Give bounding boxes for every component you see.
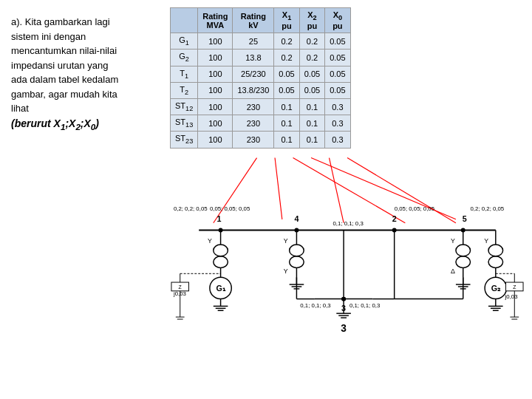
row-name: G1: [171, 33, 198, 50]
svg-point-29: [290, 256, 304, 267]
y-label-t1: Y: [284, 237, 288, 245]
table-row: T1 100 25/230 0.05 0.05 0.05: [171, 66, 351, 82]
row-mva: 100: [198, 50, 233, 66]
svg-point-14: [214, 256, 228, 267]
row-x0: 0.05: [325, 82, 350, 98]
circuit-svg: 4 2 3 1 5 G₁ Y: [170, 152, 525, 344]
row-mva: 100: [198, 33, 233, 50]
delta-label-t2: Δ: [451, 267, 455, 275]
table-row: ST12 100 230 0.1 0.1 0.3: [171, 98, 351, 115]
row-kv: 25/230: [233, 66, 274, 82]
svg-line-0: [214, 157, 257, 222]
table-row: ST13 100 230 0.1 0.1 0.3: [171, 115, 351, 132]
text-line6: gambar, agar mudah kita: [11, 87, 159, 102]
z-box-g1: Z: [179, 284, 182, 289]
svg-point-45: [488, 256, 503, 267]
bus-label-2: 2: [392, 214, 397, 222]
val-t2-label: 0,05; 0,05; 0,05: [395, 205, 435, 212]
line-val-12: 0,1; 0,1; 0,3: [332, 219, 364, 226]
row-name: ST12: [171, 98, 198, 115]
row-x2: 0.1: [299, 115, 324, 132]
row-x2: 0.05: [299, 66, 324, 82]
table-row: T2 100 13.8/230 0.05 0.05 0.05: [171, 82, 351, 98]
row-x1: 0.1: [274, 132, 299, 148]
table-row: G1 100 25 0.2 0.2 0.05: [171, 33, 351, 50]
y-label-t2a: Y: [451, 237, 455, 245]
text-line5: ada dalam tabel kedalam: [11, 72, 159, 87]
bus3-bottom-label: 3: [341, 322, 347, 333]
row-x1: 0.2: [274, 50, 299, 66]
y-label-t1b: Y: [284, 267, 288, 275]
bus-label-1: 1: [217, 214, 222, 222]
svg-line-5: [347, 157, 456, 222]
row-x2: 0.05: [299, 82, 324, 98]
z-box-g2: Z: [513, 284, 516, 289]
line-val-23: 0,1; 0,1; 0,3: [349, 302, 381, 309]
row-mva: 100: [198, 132, 233, 148]
y-label-g1: Y: [208, 237, 212, 245]
row-kv: 230: [233, 115, 274, 132]
main-container: a). Kita gambarkan lagi sistem ini denga…: [0, 0, 532, 399]
col-header-mva: RatingMVA: [198, 8, 233, 33]
text-line3: mencantumkan nilai-nilai: [11, 44, 159, 58]
row-mva: 100: [198, 66, 233, 82]
circuit-diagram: 4 2 3 1 5 G₁ Y: [170, 152, 525, 344]
col-header-x0: X0pu: [325, 8, 350, 33]
text-line7: lihat: [11, 101, 159, 116]
svg-point-13: [214, 245, 228, 256]
row-x0: 0.05: [325, 33, 350, 50]
row-mva: 100: [198, 98, 233, 115]
val-g1-label: 0,2; 0,2; 0,05: [174, 205, 208, 212]
row-x1: 0.1: [274, 115, 299, 132]
row-name: T1: [171, 66, 198, 82]
g1-label: G₁: [216, 283, 225, 292]
row-kv: 13.8: [233, 50, 274, 66]
row-mva: 100: [198, 82, 233, 98]
row-x0: 0.3: [325, 115, 350, 132]
row-x2: 0.2: [299, 50, 324, 66]
row-kv: 230: [233, 98, 274, 115]
row-mva: 100: [198, 115, 233, 132]
bus-label-5: 5: [463, 214, 467, 222]
row-x2: 0.2: [299, 33, 324, 50]
row-x1: 0.05: [274, 66, 299, 82]
row-name: G2: [171, 50, 198, 66]
val-t1-label: 0,05; 0,05; 0,05: [210, 205, 250, 212]
text-line2: sistem ini dengan: [11, 30, 159, 44]
line-val-13: 0,1; 0,1; 0,3: [300, 302, 331, 309]
row-x1: 0.1: [274, 98, 299, 115]
row-x1: 0.2: [274, 33, 299, 50]
col-header-kv: RatingkV: [233, 8, 274, 33]
svg-point-36: [456, 245, 471, 256]
row-x0: 0.05: [325, 66, 350, 82]
row-name: ST13: [171, 115, 198, 132]
row-x2: 0.1: [299, 98, 324, 115]
col-header-x1: X1pu: [274, 8, 299, 33]
data-table: RatingMVA RatingkV X1pu X2pu X0pu G1 100…: [170, 7, 351, 149]
row-x0: 0.05: [325, 50, 350, 66]
j003-label-g2: j0,03: [505, 293, 519, 299]
svg-point-37: [456, 256, 471, 267]
svg-point-28: [290, 245, 304, 256]
text-line1: a). Kita gambarkan lagi: [11, 15, 159, 30]
row-name: T2: [171, 82, 198, 98]
right-content: RatingMVA RatingkV X1pu X2pu X0pu G1 100…: [170, 0, 532, 399]
y-label-g2: Y: [484, 237, 488, 245]
col-header-name: [171, 8, 198, 33]
row-x0: 0.3: [325, 98, 350, 115]
svg-line-4: [330, 157, 344, 222]
row-kv: 230: [233, 132, 274, 148]
row-x2: 0.1: [299, 132, 324, 148]
subscript-text: (berurut X1;X2;X0): [11, 116, 159, 133]
text-line4: impedansi urutan yang: [11, 58, 159, 73]
svg-point-44: [488, 245, 503, 256]
row-x0: 0.3: [325, 132, 350, 148]
col-header-x2: X2pu: [299, 8, 324, 33]
row-kv: 13.8/230: [233, 82, 274, 98]
row-kv: 25: [233, 33, 274, 50]
row-x1: 0.05: [274, 82, 299, 98]
left-text-panel: a). Kita gambarkan lagi sistem ini denga…: [0, 0, 170, 399]
svg-line-1: [275, 157, 282, 219]
g2-label: G₂: [491, 283, 501, 292]
table-row: ST23 100 230 0.1 0.1 0.3: [171, 132, 351, 148]
